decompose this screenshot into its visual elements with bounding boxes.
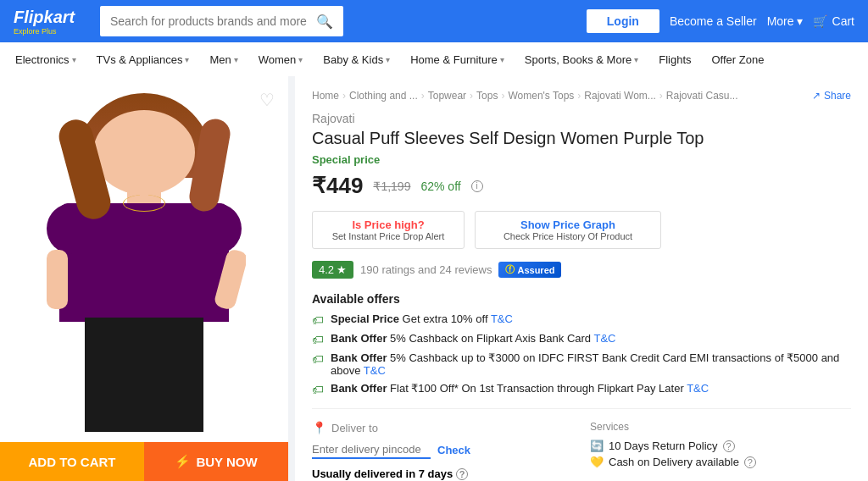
delivery-label: 📍 Deliver to bbox=[312, 421, 573, 434]
current-price: ₹449 bbox=[312, 173, 363, 199]
cart-button[interactable]: 🛒 Cart bbox=[813, 14, 854, 28]
return-policy-item: 🔄 10 Days Return Policy ? bbox=[590, 440, 851, 452]
assured-icon: ⓕ bbox=[505, 263, 515, 276]
delivery-days: Usually delivered in 7 days ? bbox=[312, 467, 573, 480]
breadcrumb-tops[interactable]: Tops bbox=[476, 90, 498, 102]
offers-title: Available offers bbox=[312, 292, 851, 306]
original-price: ₹1,199 bbox=[373, 180, 410, 193]
rating-badge: 4.2 ★ bbox=[312, 261, 353, 279]
product-image-section: ♡ bbox=[0, 76, 288, 481]
offer-tnc-link[interactable]: T&C bbox=[364, 364, 386, 377]
cart-icon: 🛒 bbox=[813, 14, 827, 28]
check-button[interactable]: Check bbox=[437, 444, 470, 456]
info-icon[interactable]: ? bbox=[723, 440, 735, 452]
breadcrumb-separator: › bbox=[501, 90, 504, 102]
breadcrumb-womens-tops[interactable]: Women's Tops bbox=[508, 90, 574, 102]
wishlist-icon[interactable]: ♡ bbox=[259, 90, 275, 110]
location-icon: 📍 bbox=[312, 421, 326, 434]
price-drop-subtitle: Set Instant Price Drop Alert bbox=[326, 231, 450, 241]
price-graph-button[interactable]: Show Price Graph Check Price History Of … bbox=[475, 211, 661, 249]
price-graph-subtitle: Check Price History Of Product bbox=[489, 231, 647, 241]
chevron-down-icon: ▾ bbox=[72, 55, 76, 64]
info-icon[interactable]: ? bbox=[456, 468, 468, 480]
search-icon[interactable]: 🔍 bbox=[316, 14, 333, 30]
services-label: Services bbox=[590, 421, 851, 433]
logo-text: Flipkart bbox=[14, 8, 75, 27]
logo-area[interactable]: Flipkart Explore Plus bbox=[14, 8, 90, 36]
breadcrumb-separator: › bbox=[421, 90, 425, 102]
star-icon: ★ bbox=[337, 263, 347, 276]
price-graph-title: Show Price Graph bbox=[489, 218, 647, 231]
price-drop-button[interactable]: Is Price high? Set Instant Price Drop Al… bbox=[312, 211, 465, 249]
chevron-down-icon: ▾ bbox=[386, 55, 390, 64]
offer-tag-icon: 🏷 bbox=[312, 352, 324, 366]
offer-tnc-link[interactable]: T&C bbox=[491, 312, 513, 325]
offer-tag-icon: 🏷 bbox=[312, 313, 324, 327]
share-button[interactable]: ↗ Share bbox=[812, 90, 851, 102]
price-buttons: Is Price high? Set Instant Price Drop Al… bbox=[312, 211, 851, 249]
breadcrumb-separator: › bbox=[659, 90, 663, 102]
login-button[interactable]: Login bbox=[587, 9, 659, 33]
nav-item-tvs[interactable]: TVs & Appliances▾ bbox=[88, 42, 198, 76]
nav-item-sports[interactable]: Sports, Books & More▾ bbox=[516, 42, 647, 76]
product-title: Casual Puff Sleeves Self Design Women Pu… bbox=[312, 129, 851, 148]
breadcrumb-clothing[interactable]: Clothing and ... bbox=[349, 90, 418, 102]
breadcrumb-home[interactable]: Home bbox=[312, 90, 339, 102]
price-drop-title: Is Price high? bbox=[326, 218, 450, 231]
special-price-label: Special price bbox=[312, 153, 851, 166]
price-row: ₹449 ₹1,199 62% off i bbox=[312, 173, 851, 199]
become-seller-link[interactable]: Become a Seller bbox=[670, 14, 757, 28]
services-section: Services 🔄 10 Days Return Policy ? 💛 Cas… bbox=[590, 421, 851, 481]
nav-item-men[interactable]: Men▾ bbox=[201, 42, 246, 76]
nav-item-electronics[interactable]: Electronics▾ bbox=[7, 42, 85, 76]
rating-value: 4.2 bbox=[319, 263, 334, 276]
product-image bbox=[42, 93, 246, 432]
pincode-input[interactable] bbox=[312, 441, 431, 459]
offer-tag-icon: 🏷 bbox=[312, 383, 324, 396]
add-to-cart-button[interactable]: ADD TO CART bbox=[0, 442, 144, 481]
chevron-down-icon: ▾ bbox=[634, 55, 638, 64]
breadcrumb-separator: › bbox=[577, 90, 581, 102]
nav-item-women[interactable]: Women▾ bbox=[250, 42, 312, 76]
chevron-down-icon: ▾ bbox=[234, 55, 238, 64]
nav-bar: Electronics▾ TVs & Appliances▾ Men▾ Wome… bbox=[0, 42, 868, 76]
more-button[interactable]: More ▾ bbox=[767, 14, 803, 28]
offer-tnc-link[interactable]: T&C bbox=[593, 332, 615, 345]
breadcrumb-rajovati-wom[interactable]: Rajovati Wom... bbox=[584, 90, 655, 102]
info-icon[interactable]: i bbox=[471, 180, 483, 192]
delivery-left: 📍 Deliver to Check Usually delivered in … bbox=[312, 421, 573, 481]
offer-item: 🏷 Bank Offer 5% Cashback up to ₹3000 on … bbox=[312, 351, 851, 377]
nav-item-offer-zone[interactable]: Offer Zone bbox=[704, 42, 773, 76]
pincode-row: Check bbox=[312, 441, 573, 459]
cod-item: 💛 Cash on Delivery available ? bbox=[590, 456, 851, 468]
chevron-down-icon: ▾ bbox=[500, 55, 504, 64]
offer-item: 🏷 Bank Offer Flat ₹100 Off* On 1st Trans… bbox=[312, 382, 851, 396]
search-bar[interactable]: 🔍 bbox=[100, 6, 343, 36]
breadcrumb-topwear[interactable]: Topwear bbox=[428, 90, 466, 102]
breadcrumb-separator: › bbox=[342, 90, 346, 102]
delivery-section: 📍 Deliver to Check Usually delivered in … bbox=[312, 408, 851, 481]
offer-item: 🏷 Bank Offer 5% Cashback on Flipkart Axi… bbox=[312, 332, 851, 346]
assured-badge: ⓕ Assured bbox=[498, 262, 561, 278]
chevron-down-icon: ▾ bbox=[185, 55, 189, 64]
search-input[interactable] bbox=[110, 14, 309, 28]
logo-sub: Explore Plus bbox=[14, 27, 57, 36]
info-icon[interactable]: ? bbox=[744, 456, 756, 468]
nav-item-baby[interactable]: Baby & Kids▾ bbox=[314, 42, 398, 76]
product-details: Home › Clothing and ... › Topwear › Tops… bbox=[295, 76, 868, 481]
header: Flipkart Explore Plus 🔍 Login Become a S… bbox=[0, 0, 868, 42]
lightning-icon: ⚡ bbox=[175, 454, 191, 469]
breadcrumb-separator: › bbox=[470, 90, 473, 102]
buy-now-button[interactable]: ⚡ BUY NOW bbox=[144, 442, 288, 481]
share-icon: ↗ bbox=[812, 90, 821, 102]
cod-icon: 💛 bbox=[590, 456, 604, 468]
return-icon: 🔄 bbox=[590, 440, 604, 452]
breadcrumb: Home › Clothing and ... › Topwear › Tops… bbox=[312, 90, 851, 102]
chevron-down-icon: ▾ bbox=[298, 55, 303, 64]
offer-tag-icon: 🏷 bbox=[312, 333, 324, 346]
nav-item-home[interactable]: Home & Furniture▾ bbox=[402, 42, 513, 76]
offer-tnc-link[interactable]: T&C bbox=[687, 382, 709, 395]
rating-row: 4.2 ★ 190 ratings and 24 reviews ⓕ Assur… bbox=[312, 261, 851, 279]
nav-item-flights[interactable]: Flights bbox=[650, 42, 699, 76]
breadcrumb-rajovati-casu[interactable]: Rajovati Casu... bbox=[666, 90, 738, 102]
